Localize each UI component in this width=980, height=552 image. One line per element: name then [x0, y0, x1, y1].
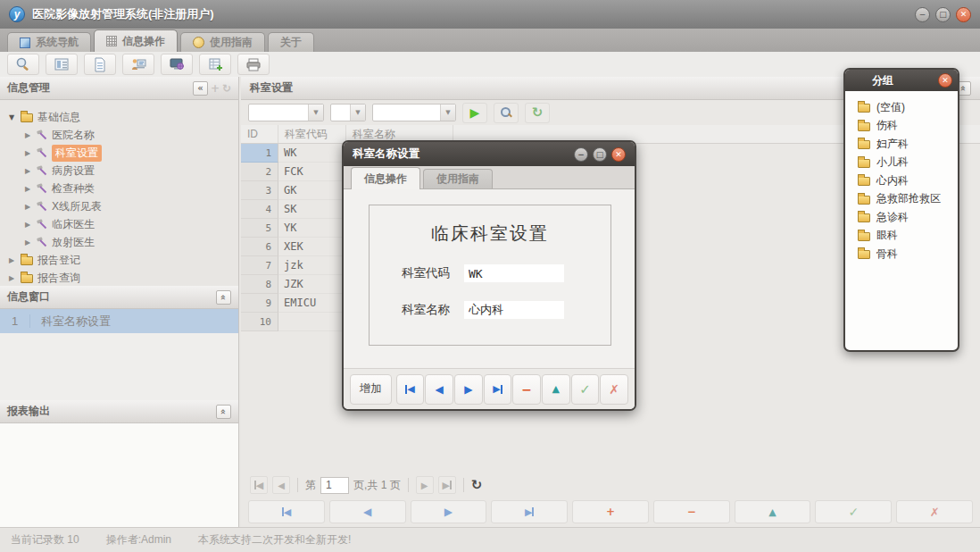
document-button[interactable]	[84, 54, 116, 75]
record-delete-button[interactable]: −	[653, 500, 730, 523]
dialog-cancel-button[interactable]: ✗	[600, 374, 628, 405]
dialog-confirm-button[interactable]: ✓	[571, 374, 600, 405]
dialog-prev-button[interactable]: ◀	[425, 374, 453, 405]
name-field-input[interactable]	[464, 301, 564, 319]
record-add-button[interactable]: +	[572, 500, 649, 523]
nav-next-button[interactable]: ▶	[411, 500, 487, 523]
filter-value-select[interactable]: ▼	[372, 104, 456, 121]
record-confirm-button[interactable]: ✓	[815, 500, 892, 523]
tree-node-base-info[interactable]: ▼ 基础信息	[0, 108, 238, 126]
pager-first-button[interactable]: ◀	[250, 476, 268, 494]
dialog-first-button[interactable]: ◀	[396, 374, 425, 405]
filter-field-select[interactable]: ▼	[248, 104, 324, 121]
group-item[interactable]: 骨科	[845, 245, 958, 263]
filter-search-button[interactable]	[494, 103, 519, 123]
dialog-body: 临床科室设置 科室代码 科室名称	[344, 189, 635, 368]
group-item-empty[interactable]: (空值)	[845, 98, 958, 117]
caret-right-icon[interactable]: ▶	[23, 167, 32, 175]
dialog-title-bar[interactable]: 科室名称设置 − □ ✕	[344, 142, 635, 166]
info-window-collapse-button[interactable]: »	[216, 290, 231, 305]
tree-node-exam-type[interactable]: ▶ 检查种类	[0, 180, 238, 197]
dialog-title: 科室名称设置	[353, 146, 419, 162]
caret-right-icon[interactable]: ▶	[23, 203, 32, 211]
info-window-row[interactable]: 1 科室名称设置	[0, 309, 238, 333]
column-header-code[interactable]: 科室代码	[278, 125, 346, 143]
column-header-id[interactable]: ID	[241, 125, 278, 143]
dialog-delete-button[interactable]: −	[512, 374, 541, 405]
folder-icon	[858, 140, 870, 149]
nav-first-button[interactable]: ◀	[248, 500, 325, 523]
dialog-maximize-button[interactable]: □	[593, 147, 607, 162]
caret-right-icon[interactable]: ▶	[23, 131, 32, 139]
record-cancel-button[interactable]: ✗	[896, 500, 973, 523]
printer-button[interactable]	[237, 54, 270, 75]
group-item[interactable]: 小儿科	[845, 154, 958, 172]
group-item[interactable]: 伤科	[845, 117, 958, 136]
dialog-last-button[interactable]: ▶	[484, 374, 512, 405]
group-item[interactable]: 急救部抢救区	[845, 190, 958, 209]
table-add-button[interactable]	[199, 54, 231, 75]
user-chart-button[interactable]	[122, 54, 154, 75]
tree-node-radiology-doctor[interactable]: ▶ 放射医生	[0, 233, 238, 251]
dialog-tab-info-operation[interactable]: 信息操作	[351, 167, 420, 189]
tab-about[interactable]: 关于	[268, 32, 314, 52]
pager-next-button[interactable]: ▶	[416, 476, 434, 494]
group-item[interactable]: 妇产科	[845, 135, 958, 154]
tree-node-label: 临床医生	[52, 217, 95, 232]
tab-info-operation[interactable]: 信息操作	[94, 29, 178, 52]
dropdown-arrow-icon[interactable]: ▼	[440, 105, 455, 121]
dialog-add-button[interactable]: 增加	[350, 374, 392, 405]
group-panel-close-button[interactable]: ✕	[938, 73, 952, 88]
tree-node-xray-findings[interactable]: ▶ X线所见表	[0, 197, 238, 215]
caret-right-icon[interactable]: ▶	[7, 274, 16, 282]
dialog-close-button[interactable]: ✕	[611, 147, 626, 162]
tree-node-report-register[interactable]: ▶ 报告登记	[0, 251, 238, 269]
dropdown-arrow-icon[interactable]: ▼	[308, 105, 323, 121]
caret-down-icon[interactable]: ▼	[7, 113, 16, 121]
dialog-edit-button[interactable]: ▲	[542, 374, 570, 405]
tree-node-clinical-doctor[interactable]: ▶ 临床医生	[0, 215, 238, 233]
pager-refresh-button[interactable]: ↻	[471, 477, 483, 493]
filter-operator-select[interactable]: ▼	[330, 104, 366, 121]
dialog-minimize-button[interactable]: −	[574, 147, 588, 162]
tree-node-ward-setup[interactable]: ▶ 病房设置	[0, 162, 238, 180]
dialog-next-button[interactable]: ▶	[454, 374, 483, 405]
caret-right-icon[interactable]: ▶	[23, 221, 32, 229]
close-button[interactable]: ✕	[956, 7, 971, 22]
filter-run-button[interactable]: ▶	[462, 103, 487, 123]
pager-prev-button[interactable]: ◀	[272, 476, 290, 494]
tree-node-department-setup[interactable]: ▶ 科室设置	[0, 144, 238, 162]
search-button[interactable]	[7, 54, 39, 75]
group-item[interactable]: 心内科	[845, 171, 958, 190]
tab-label: 关于	[280, 35, 302, 50]
filter-refresh-button[interactable]: ↻	[525, 103, 550, 123]
pager-last-button[interactable]: ▶	[438, 476, 456, 494]
pager-page-input[interactable]	[320, 477, 349, 494]
dropdown-arrow-icon[interactable]: ▼	[350, 105, 365, 121]
tab-user-guide[interactable]: 使用指南	[180, 32, 265, 52]
form-button[interactable]	[46, 54, 78, 75]
caret-right-icon[interactable]: ▶	[23, 238, 32, 247]
report-output-header: 报表输出 »	[0, 400, 238, 423]
nav-last-button[interactable]: ▶	[491, 500, 568, 523]
report-output-title: 报表输出	[7, 404, 50, 419]
caret-right-icon[interactable]: ▶	[23, 149, 32, 157]
minimize-button[interactable]: −	[915, 7, 930, 22]
nav-prev-button[interactable]: ◀	[329, 500, 406, 523]
monitor-globe-button[interactable]	[161, 54, 193, 75]
group-item[interactable]: 眼科	[845, 227, 958, 246]
maximize-button[interactable]: □	[935, 7, 951, 22]
group-item[interactable]: 急诊科	[845, 208, 958, 227]
dialog-tab-user-guide[interactable]: 使用指南	[423, 169, 493, 188]
tree-node-hospital-name[interactable]: ▶ 医院名称	[0, 126, 238, 144]
record-edit-button[interactable]: ▲	[735, 500, 811, 523]
tab-system-navigation[interactable]: 系统导航	[7, 32, 91, 52]
group-panel-title-bar[interactable]: 分组 ✕	[845, 70, 958, 91]
sidebar-collapse-button[interactable]: «	[193, 81, 208, 96]
group-item-label: 心内科	[876, 173, 909, 188]
report-output-collapse-button[interactable]: »	[216, 405, 231, 419]
caret-right-icon[interactable]: ▶	[23, 185, 32, 193]
code-field-input[interactable]	[464, 264, 564, 282]
caret-right-icon[interactable]: ▶	[7, 256, 16, 264]
tree-node-report-query[interactable]: ▶ 报告查询	[0, 269, 238, 287]
